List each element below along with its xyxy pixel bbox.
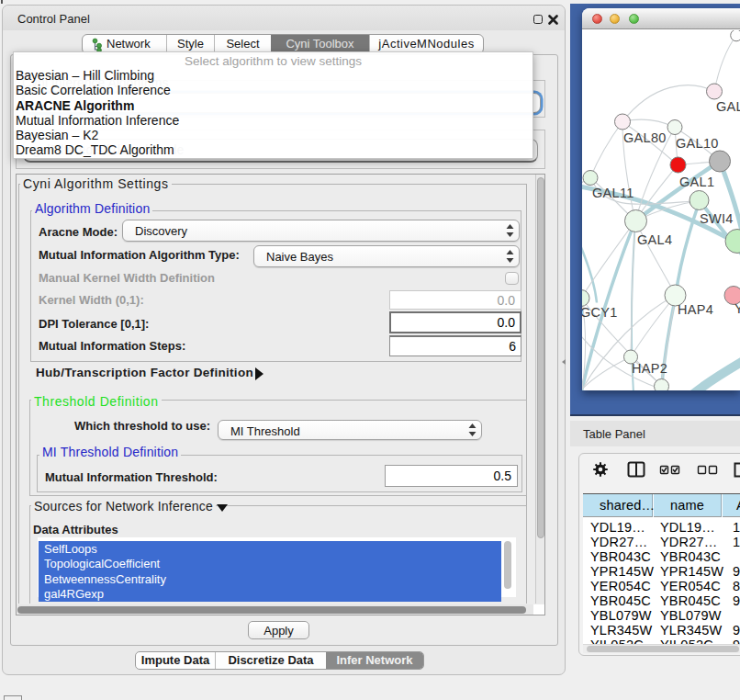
svg-text:SWI4: SWI4 xyxy=(700,211,734,226)
svg-text:GAL1: GAL1 xyxy=(679,175,714,189)
svg-text:Y: Y xyxy=(734,301,740,316)
svg-text:GAL11: GAL11 xyxy=(592,186,634,200)
svg-text:HAP4: HAP4 xyxy=(678,302,713,317)
svg-text:GAL4: GAL4 xyxy=(637,232,672,247)
svg-text:GCY1: GCY1 xyxy=(582,305,618,320)
svg-text:GAL7: GAL7 xyxy=(716,99,740,114)
svg-text:GAL10: GAL10 xyxy=(676,136,719,151)
svg-text:HAP2: HAP2 xyxy=(632,361,667,376)
svg-text:GAL80: GAL80 xyxy=(623,130,667,145)
